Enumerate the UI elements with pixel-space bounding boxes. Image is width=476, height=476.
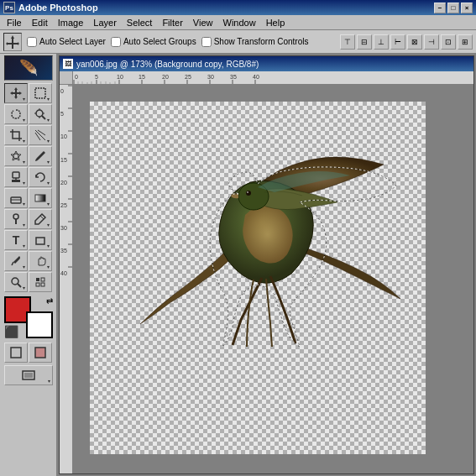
slice-tool[interactable]: ▾ (29, 125, 52, 145)
distribute-2-icon[interactable]: ⊞ (458, 34, 473, 50)
toolbox-logo: 🪶 (4, 55, 53, 81)
tool-row-1: ▾ ▾ (4, 83, 52, 103)
eraser-tool[interactable]: ▾ (4, 188, 28, 208)
document-titlebar: 🖼 yan006.jpg @ 173% (Background copy, RG… (60, 56, 473, 71)
show-transform-label: Show Transform Controls (214, 37, 309, 46)
tool-row-6: ▾ ▾ (4, 188, 52, 208)
standard-mode-button[interactable] (4, 343, 28, 363)
svg-rect-22 (36, 278, 39, 281)
auto-select-layer-checkbox[interactable] (27, 37, 37, 47)
dodge-tool[interactable]: ▾ (4, 209, 28, 229)
distribute-1-icon[interactable]: ⊡ (441, 34, 456, 50)
svg-text:20: 20 (60, 180, 67, 186)
align-right-icon[interactable]: ⊣ (424, 34, 439, 50)
svg-point-77 (246, 191, 251, 196)
crop-tool[interactable]: ▾ (4, 125, 28, 145)
svg-rect-23 (41, 278, 44, 281)
svg-marker-0 (6, 35, 19, 49)
background-color[interactable] (26, 311, 53, 338)
align-vcenter-icon[interactable]: ⊟ (357, 34, 372, 50)
zoom-tool[interactable]: ▾ (4, 272, 28, 292)
svg-text:25: 25 (60, 202, 67, 208)
toolbox: 🪶 ▾ ▾ ▾ ▾ ▾ (0, 54, 57, 476)
canvas-area: 🖼 yan006.jpg @ 173% (Background copy, RG… (57, 54, 476, 476)
text-tool[interactable]: T ▾ (4, 230, 28, 250)
move-tool[interactable]: ▾ (4, 83, 28, 103)
close-button[interactable]: × (461, 3, 473, 13)
magic-wand-tool[interactable]: ▾ (29, 104, 52, 124)
eyedropper-tool[interactable]: ▾ (4, 251, 28, 271)
window-controls: − □ × (434, 3, 473, 13)
heal-tool[interactable]: ▾ (4, 146, 28, 166)
svg-marker-1 (10, 87, 22, 99)
extra-tool[interactable] (29, 272, 52, 292)
svg-text:30: 30 (60, 225, 67, 231)
svg-text:15: 15 (60, 157, 67, 163)
align-left-icon[interactable]: ⊢ (390, 34, 405, 50)
auto-select-groups-group: Auto Select Groups (111, 37, 196, 47)
pen-tool[interactable]: ▾ (29, 209, 52, 229)
menu-item-help[interactable]: Help (261, 17, 290, 29)
svg-text:35: 35 (60, 248, 67, 254)
quick-mask-button[interactable] (29, 343, 52, 363)
screen-mode-button[interactable]: ▾ (4, 365, 53, 385)
options-icons: ⊤ ⊟ ⊥ ⊢ ⊠ ⊣ ⊡ ⊞ (340, 34, 473, 50)
swap-colors-icon[interactable]: ⇄ (46, 296, 53, 306)
minimize-button[interactable]: − (434, 3, 446, 13)
menu-item-select[interactable]: Select (122, 17, 158, 29)
menu-item-view[interactable]: View (188, 17, 218, 29)
svg-text:40: 40 (60, 270, 67, 276)
auto-select-layer-label: Auto Select Layer (39, 37, 106, 46)
text-tool-label: T (13, 233, 20, 247)
svg-text:5: 5 (95, 74, 98, 80)
tool-row-10: ▾ (4, 272, 52, 292)
stamp-tool[interactable]: ▾ (4, 167, 28, 187)
svg-point-15 (13, 214, 18, 219)
align-top-icon[interactable]: ⊤ (340, 34, 355, 50)
svg-text:0: 0 (75, 74, 78, 80)
svg-text:15: 15 (139, 74, 145, 80)
lasso-tool[interactable]: ▾ (4, 104, 28, 124)
bird-image (123, 118, 409, 380)
hand-tool[interactable]: ▾ (29, 251, 52, 271)
canvas-viewport[interactable] (73, 85, 473, 473)
svg-rect-18 (36, 238, 44, 244)
menu-item-image[interactable]: Image (53, 17, 89, 29)
marquee-tool[interactable]: ▾ (29, 83, 52, 103)
svg-text:30: 30 (207, 74, 214, 80)
shape-tool[interactable]: ▾ (29, 230, 52, 250)
svg-rect-30 (73, 71, 473, 85)
gradient-tool[interactable]: ▾ (29, 188, 52, 208)
default-colors-icon[interactable]: ⬛ (4, 325, 18, 338)
svg-line-17 (40, 216, 44, 219)
tool-row-9: ▾ ▾ (4, 251, 52, 271)
menu-item-edit[interactable]: Edit (27, 17, 53, 29)
show-transform-checkbox[interactable] (201, 37, 212, 47)
ruler-top-row: 0 5 10 15 20 25 (60, 71, 473, 85)
show-transform-group: Show Transform Controls (201, 37, 309, 47)
menu-item-layer[interactable]: Layer (88, 17, 122, 29)
document-content: 0 5 10 15 20 25 (60, 71, 473, 473)
brush-tool[interactable]: ▾ (29, 146, 52, 166)
mask-row (4, 343, 52, 363)
svg-rect-25 (41, 283, 44, 286)
svg-text:10: 10 (117, 74, 123, 80)
restore-button[interactable]: □ (447, 3, 459, 13)
svg-rect-27 (35, 348, 45, 358)
history-tool[interactable]: ▾ (29, 167, 52, 187)
menu-bar: FileEditImageLayerSelectFilterViewWindow… (0, 15, 476, 30)
menu-item-filter[interactable]: Filter (157, 17, 187, 29)
screen-mode-row: ▾ (4, 365, 53, 385)
svg-text:0: 0 (60, 88, 64, 94)
svg-point-9 (13, 154, 18, 159)
menu-item-window[interactable]: Window (218, 17, 261, 29)
align-hcenter-icon[interactable]: ⊠ (407, 34, 422, 50)
doc-icon: 🖼 (63, 59, 73, 69)
document-title: yan006.jpg @ 173% (Background copy, RGB/… (76, 60, 259, 69)
main-content-row: 0 5 10 15 20 25 (60, 85, 473, 473)
menu-item-file[interactable]: File (2, 17, 27, 29)
auto-select-groups-checkbox[interactable] (111, 37, 121, 47)
align-bottom-icon[interactable]: ⊥ (374, 34, 389, 50)
move-tool-icon (3, 33, 22, 51)
auto-select-groups-label: Auto Select Groups (123, 37, 196, 46)
